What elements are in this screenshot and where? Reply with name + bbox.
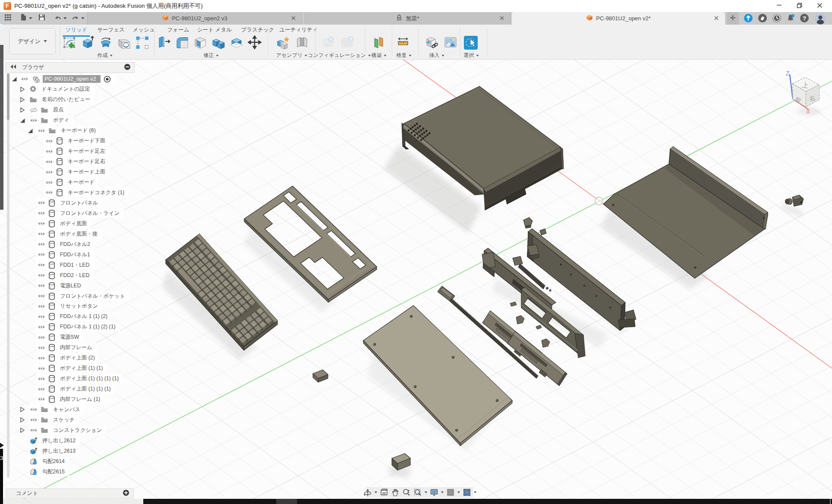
browser-row-label[interactable]: ボディ上面 (1) (1) (1) (1) — [60, 375, 119, 382]
browser-row-label[interactable]: ボディ上面 (1) (1) — [60, 365, 103, 372]
ribbon-group-label[interactable]: 挿入 — [429, 52, 444, 59]
expand-triangle-icon[interactable] — [20, 86, 25, 94]
nav-caret[interactable] — [375, 491, 377, 493]
browser-row-label[interactable]: 電源SW — [60, 334, 79, 341]
ribbon-group-label[interactable]: 修正 — [204, 52, 219, 59]
visibility-eye-on-icon[interactable] — [37, 365, 46, 372]
visibility-eye-on-icon[interactable] — [45, 179, 54, 186]
ribbon-group-label[interactable]: コンフィギュレーション — [308, 52, 371, 59]
expand-triangle-icon[interactable] — [20, 427, 25, 435]
visibility-eye-off-icon[interactable] — [29, 106, 38, 114]
nav-pan-icon[interactable] — [391, 488, 400, 497]
visibility-eye-on-icon[interactable] — [45, 158, 54, 166]
browser-row-label[interactable]: キーボード (6) — [61, 127, 96, 134]
visibility-eye-on-icon[interactable] — [37, 302, 46, 310]
tool-revolve-icon[interactable] — [99, 35, 113, 50]
expand-triangle-icon[interactable] — [20, 406, 25, 414]
tool-construct-icon[interactable] — [372, 35, 386, 50]
tool-extrude-icon[interactable] — [81, 35, 95, 50]
file-menu-caret[interactable] — [29, 17, 32, 19]
visibility-eye-on-icon[interactable] — [29, 117, 38, 124]
workspace-selector[interactable]: デザイン — [9, 28, 56, 54]
browser-row-label[interactable]: 原点 — [53, 106, 64, 113]
visibility-eye-on-icon[interactable] — [45, 168, 54, 176]
browser-header[interactable]: ブラウザ — [6, 62, 135, 73]
browser-row-label[interactable]: FDDパネル 1 (1) (2) (1) — [60, 323, 116, 331]
browser-row-label[interactable]: FDD1・LED — [60, 261, 89, 269]
browser-row-label[interactable]: 内部フレーム (1) — [60, 396, 100, 403]
tab-close-icon[interactable] — [499, 15, 505, 23]
browser-row-label[interactable]: FDDパネル2 — [60, 241, 90, 248]
tool-shell-icon[interactable] — [193, 35, 208, 50]
browser-row-label[interactable]: キーボード下面 — [68, 137, 105, 145]
visibility-eye-on-icon[interactable] — [37, 220, 46, 227]
browser-row-label[interactable]: キーボード上面 — [68, 168, 105, 176]
recent-icon[interactable] — [772, 13, 782, 25]
tool-hole-icon[interactable] — [117, 35, 132, 50]
visibility-eye-on-icon[interactable] — [37, 199, 46, 207]
visibility-eye-on-icon[interactable] — [29, 416, 38, 424]
browser-scrollbar-thumb[interactable] — [7, 73, 9, 120]
nav-caret[interactable] — [441, 491, 444, 493]
taskbar-app-button[interactable] — [276, 499, 297, 504]
browser-row-label[interactable]: ボディ底面・後 — [60, 230, 98, 238]
browser-row-label[interactable]: FDDパネル 1 (1) (2) — [60, 313, 107, 320]
browser-row-label[interactable]: キーボード足左 — [68, 148, 105, 155]
add-comment-icon[interactable] — [123, 489, 129, 498]
file-menu-icon[interactable] — [20, 13, 27, 23]
visibility-eye-on-icon[interactable] — [37, 230, 46, 238]
browser-row-label[interactable]: フロントパネル — [60, 199, 98, 207]
ribbon-tab-surface[interactable]: サーフェス — [95, 25, 127, 35]
tool-press-pull-icon[interactable] — [157, 35, 172, 50]
job-status-icon[interactable] — [744, 13, 753, 25]
tool-split-icon[interactable] — [230, 35, 244, 50]
visibility-eye-on-icon[interactable] — [37, 209, 46, 217]
browser-row-label[interactable]: FDD2・LED — [60, 272, 89, 279]
visibility-eye-on-icon[interactable] — [37, 292, 46, 300]
visibility-eye-on-icon[interactable] — [37, 395, 46, 403]
tool-select-icon[interactable] — [463, 35, 478, 50]
ribbon-group-label[interactable]: 検査 — [397, 52, 412, 59]
browser-row-label[interactable]: ボディ — [53, 117, 69, 124]
browser-row-label[interactable]: フロントパネル・ライン — [60, 210, 120, 217]
browser-row-label[interactable]: 押し出し2612 — [42, 437, 76, 444]
ribbon-group-label[interactable]: 作成 — [98, 52, 113, 59]
expand-triangle-icon[interactable] — [28, 128, 33, 135]
tool-fillet-icon[interactable] — [175, 35, 190, 50]
app-grid-icon[interactable] — [4, 13, 12, 23]
tool-inspect-icon[interactable] — [397, 35, 412, 50]
notifications-icon[interactable] — [786, 13, 795, 25]
tab-close-icon[interactable] — [713, 15, 719, 23]
browser-row-label[interactable]: フロントパネル・ポケット — [60, 293, 125, 300]
comment-bar[interactable]: コメント — [6, 488, 134, 498]
collapse-panel-icon[interactable] — [9, 63, 17, 72]
activate-radio-icon[interactable] — [103, 75, 111, 83]
visibility-eye-on-icon[interactable] — [37, 313, 46, 321]
ribbon-tab-sheetmetal[interactable]: シート メタル — [195, 25, 234, 35]
tool-move-icon[interactable] — [248, 35, 262, 50]
visibility-eye-on-icon[interactable] — [37, 271, 46, 279]
browser-row-label[interactable]: スケッチ — [53, 416, 75, 424]
nav-zoomwin-icon[interactable] — [413, 488, 422, 497]
ribbon-tab-utilities[interactable]: ユーティリティ — [277, 25, 320, 35]
browser-row-label[interactable]: ボディ底面 — [60, 220, 87, 227]
browser-row-label[interactable]: リセットボタン — [60, 302, 98, 310]
browser-row-label[interactable]: ボディ上面 (2) — [60, 354, 95, 362]
visibility-eye-on-icon[interactable] — [37, 251, 46, 258]
visibility-eye-on-icon[interactable] — [37, 334, 46, 341]
browser-row-label[interactable]: ドキュメントの設定 — [41, 85, 90, 93]
nav-caret[interactable] — [425, 491, 427, 493]
nav-viewports-icon[interactable] — [463, 488, 471, 497]
browser-scrollbar-track[interactable] — [7, 73, 9, 478]
tool-create-sketch-icon[interactable] — [63, 35, 77, 50]
visibility-eye-on-icon[interactable] — [37, 385, 46, 393]
visibility-eye-on-icon[interactable] — [37, 323, 46, 331]
browser-row-label[interactable]: FDDパネル1 — [60, 251, 90, 258]
expand-triangle-icon[interactable] — [20, 417, 25, 425]
visibility-eye-on-icon[interactable] — [29, 426, 38, 434]
nav-orbit-icon[interactable] — [363, 488, 372, 497]
tool-combine-icon[interactable] — [211, 35, 226, 50]
ribbon-group-label[interactable]: 選択 — [464, 52, 479, 59]
visibility-eye-on-icon[interactable] — [37, 354, 46, 362]
tool-canvas-icon[interactable] — [444, 35, 458, 50]
